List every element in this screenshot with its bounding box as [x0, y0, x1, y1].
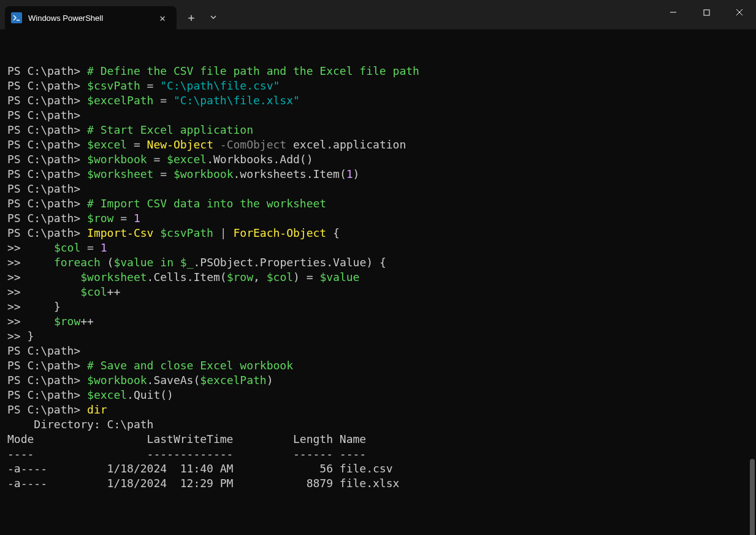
terminal-line: >> $col++ — [7, 285, 749, 299]
window-controls — [657, 0, 756, 25]
powershell-icon — [11, 12, 22, 23]
terminal-line: PS C:\path> $workbook = $excel.Workbooks… — [7, 152, 749, 167]
terminal-line: >> } — [7, 299, 749, 314]
svg-rect-1 — [704, 10, 709, 15]
output-header: Mode LastWriteTime Length Name — [7, 432, 749, 447]
terminal-line: PS C:\path> $csvPath = "C:\path\file.csv… — [7, 79, 749, 93]
terminal-line: >> $col = 1 — [7, 241, 749, 255]
terminal-line: PS C:\path> $excel = New-Object -ComObje… — [7, 137, 749, 152]
terminal-pane[interactable]: PS C:\path> # Define the CSV file path a… — [0, 29, 756, 535]
maximize-button[interactable] — [690, 0, 723, 25]
tab-dropdown-button[interactable] — [202, 6, 224, 28]
terminal-line: PS C:\path> — [7, 182, 749, 196]
terminal-line: PS C:\path> $excelPath = "C:\path\file.x… — [7, 93, 749, 108]
output-divider: ---- ------------- ------ ---- — [7, 447, 749, 461]
terminal-line: >> $worksheet.Cells.Item($row, $col) = $… — [7, 270, 749, 285]
terminal-line: >> $row++ — [7, 314, 749, 329]
terminal-line: PS C:\path> $workbook.SaveAs($excelPath) — [7, 373, 749, 388]
output-row: -a---- 1/18/2024 12:29 PM 8879 file.xlsx — [7, 476, 749, 491]
output-line: Directory: C:\path — [7, 417, 749, 432]
minimize-button[interactable] — [657, 0, 690, 25]
terminal-line: PS C:\path> $worksheet = $workbook.works… — [7, 167, 749, 182]
terminal-line: PS C:\path> # Save and close Excel workb… — [7, 358, 749, 373]
terminal-line: PS C:\path> $excel.Quit() — [7, 388, 749, 402]
tab-title: Windows PowerShell — [28, 13, 155, 23]
scrollbar[interactable] — [750, 459, 755, 535]
terminal-line: PS C:\path> $row = 1 — [7, 211, 749, 226]
terminal-line: PS C:\path> — [7, 108, 749, 123]
terminal-line: >> } — [7, 329, 749, 344]
terminal-line: PS C:\path> — [7, 344, 749, 358]
terminal-line: PS C:\path> # Define the CSV file path a… — [7, 64, 749, 79]
tab-powershell[interactable]: Windows PowerShell ✕ — [5, 6, 177, 29]
close-button[interactable] — [723, 0, 756, 25]
output-row: -a---- 1/18/2024 11:40 AM 56 file.csv — [7, 461, 749, 476]
terminal-line: PS C:\path> dir — [7, 402, 749, 417]
terminal-line: PS C:\path> # Import CSV data into the w… — [7, 196, 749, 211]
tab-close-button[interactable]: ✕ — [155, 10, 170, 26]
titlebar: Windows PowerShell ✕ + — [0, 0, 756, 29]
terminal-line: PS C:\path> Import-Csv $csvPath | ForEac… — [7, 226, 749, 241]
new-tab-button[interactable]: + — [180, 6, 202, 28]
terminal-line: PS C:\path> # Start Excel application — [7, 123, 749, 137]
terminal-line: >> foreach ($value in $_.PSObject.Proper… — [7, 255, 749, 270]
